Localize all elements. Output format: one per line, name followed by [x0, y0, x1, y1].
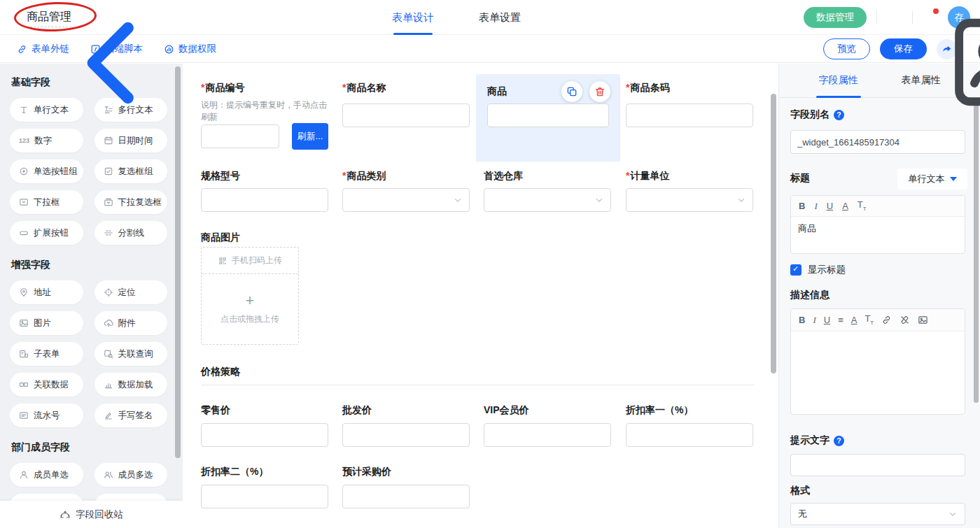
hint-text-input[interactable] [790, 454, 965, 476]
remove-link-button[interactable] [899, 315, 910, 325]
people-icon [104, 470, 113, 480]
help-icon[interactable]: ? [834, 436, 844, 446]
delete-widget-button[interactable] [589, 81, 610, 102]
spec-model-input[interactable] [201, 188, 328, 212]
field-item-member-multi[interactable]: 成员多选 [94, 463, 168, 487]
field-item-subform[interactable]: 子表单 [10, 342, 83, 366]
divider [876, 11, 877, 24]
italic-button[interactable]: I [813, 315, 816, 324]
field-item-checkbox-group[interactable]: 复选框组 [94, 159, 168, 183]
hint-text-label: 提示文字? [790, 434, 844, 447]
tab-form-design[interactable]: 表单设计 [392, 0, 434, 35]
workspace: 基础字段 单行文本 多行文本 123数字 日期时间 单选按钮组 复选框组 下拉框… [0, 64, 980, 528]
refresh-button[interactable]: 刷新... [292, 123, 328, 150]
field-label-retail-price: 零售价 [201, 404, 230, 417]
copy-widget-button[interactable] [561, 81, 582, 102]
help-icon[interactable]: ? [834, 110, 844, 120]
properties-scrollbar[interactable] [974, 102, 979, 403]
field-item-linked-query[interactable]: 关联查询 [94, 342, 168, 366]
show-title-checkbox-row[interactable]: 显示标题 [790, 264, 846, 276]
product-code-input[interactable] [201, 124, 279, 148]
purchase-price-input[interactable] [342, 485, 470, 508]
insert-link-button[interactable] [881, 315, 892, 325]
insert-image-button[interactable] [918, 315, 928, 325]
form-title[interactable]: 商品管理 [27, 10, 71, 27]
field-item-divider[interactable]: 分割线 [94, 221, 168, 245]
unit-select[interactable] [626, 188, 753, 212]
field-item-serial-number[interactable]: 流水号 [10, 404, 83, 427]
field-label-product-image: 商品图片 [201, 231, 240, 244]
field-item-linked-data[interactable]: 关联数据 [10, 373, 83, 397]
signature-icon [104, 411, 113, 420]
italic-button[interactable]: I [814, 201, 817, 211]
barcode-input[interactable] [626, 104, 753, 127]
format-select[interactable]: 无 [790, 503, 965, 525]
font-color-button[interactable]: A [851, 315, 858, 324]
field-label-warehouse: 首选仓库 [484, 170, 523, 183]
font-size-button[interactable]: TT [858, 200, 867, 212]
field-alias-input[interactable] [790, 130, 965, 154]
warehouse-select[interactable] [484, 188, 611, 212]
chevron-down-icon [736, 195, 746, 205]
font-size-button[interactable]: TT [864, 314, 874, 326]
field-item-signature[interactable]: 手写签名 [94, 404, 168, 427]
field-library-sidebar: 基础字段 单行文本 多行文本 123数字 日期时间 单选按钮组 复选框组 下拉框… [0, 64, 183, 528]
field-item-attachment[interactable]: 附件 [94, 311, 168, 335]
canvas-scrollbar[interactable] [771, 94, 776, 373]
field-item-location[interactable]: 定位 [94, 280, 168, 304]
description-editor-content[interactable] [791, 331, 965, 414]
data-manage-button[interactable]: 数据管理 [804, 7, 867, 28]
wholesale-price-input[interactable] [342, 423, 470, 447]
field-recycle-bin[interactable]: 字段回收站 [0, 501, 183, 528]
underline-button[interactable]: U [824, 315, 830, 324]
vip-price-input[interactable] [484, 423, 611, 447]
field-item-radio-group[interactable]: 单选按钮组 [10, 159, 83, 183]
underline-button[interactable]: U [827, 201, 833, 211]
title-editor-content[interactable]: 商品 [791, 217, 965, 241]
notification-bell-icon[interactable] [923, 10, 938, 25]
selected-widget-product[interactable]: 商品 [476, 74, 620, 162]
bold-button[interactable]: B [799, 315, 805, 324]
discount-two-input[interactable] [201, 485, 328, 508]
linked-data-icon [19, 380, 29, 390]
preview-button[interactable]: 预览 [823, 38, 870, 59]
field-item-dropdown[interactable]: 下拉框 [10, 190, 83, 214]
price-strategy-divider: 价格策略 [201, 366, 240, 378]
product-name-input[interactable] [342, 104, 470, 127]
form-canvas: *商品编号 说明：提示编号重复时，手动点击刷新 刷新... *商品名称 商品 *… [183, 64, 778, 528]
field-item-multi-dropdown[interactable]: 下拉复选框 [94, 190, 168, 214]
sidebar-scrollbar[interactable] [175, 66, 181, 458]
tab-form-settings[interactable]: 表单设置 [479, 0, 521, 35]
back-icon[interactable] [10, 10, 24, 24]
font-color-button[interactable]: A [842, 201, 848, 211]
linked-query-icon [104, 349, 113, 359]
retail-price-input[interactable] [201, 423, 328, 447]
field-item-data-load[interactable]: 数据加载 [94, 373, 168, 397]
field-type-dropdown[interactable]: 单行文本 [897, 169, 967, 190]
bold-button[interactable]: B [799, 201, 805, 211]
field-item-member-single[interactable]: 成员单选 [10, 463, 83, 487]
chevron-down-icon [948, 509, 958, 519]
format-label: 格式 [790, 485, 810, 497]
checkbox-checked-icon[interactable] [790, 264, 802, 276]
required-asterisk: * [342, 82, 346, 93]
dropdown-icon [19, 197, 29, 207]
tab-field-properties[interactable]: 字段属性 [819, 64, 858, 98]
radio-icon [19, 166, 29, 176]
field-item-number[interactable]: 123数字 [10, 129, 83, 152]
field-item-address[interactable]: 地址 [10, 280, 83, 304]
enhanced-fields-grid: 地址 定位 图片 附件 子表单 关联查询 关联数据 数据加载 流水号 手写签名 [10, 280, 167, 427]
category-select[interactable] [342, 188, 470, 212]
field-item-image[interactable]: 图片 [10, 311, 83, 335]
field-item-extend-button[interactable]: 扩展按钮 [10, 221, 83, 245]
product-input[interactable] [487, 104, 609, 127]
align-button[interactable]: ≡ [838, 315, 844, 324]
discount-one-input[interactable] [626, 423, 753, 447]
contacts-book-icon[interactable] [887, 10, 902, 25]
field-label-spec-model: 规格型号 [201, 170, 240, 183]
notification-dot [933, 8, 939, 14]
multi-dropdown-icon [104, 197, 113, 207]
click-drag-upload-area[interactable]: + 点击或拖拽上传 [202, 274, 298, 344]
scan-upload-button[interactable]: 手机扫码上传 [202, 248, 298, 274]
field-item-datetime[interactable]: 日期时间 [94, 129, 168, 152]
